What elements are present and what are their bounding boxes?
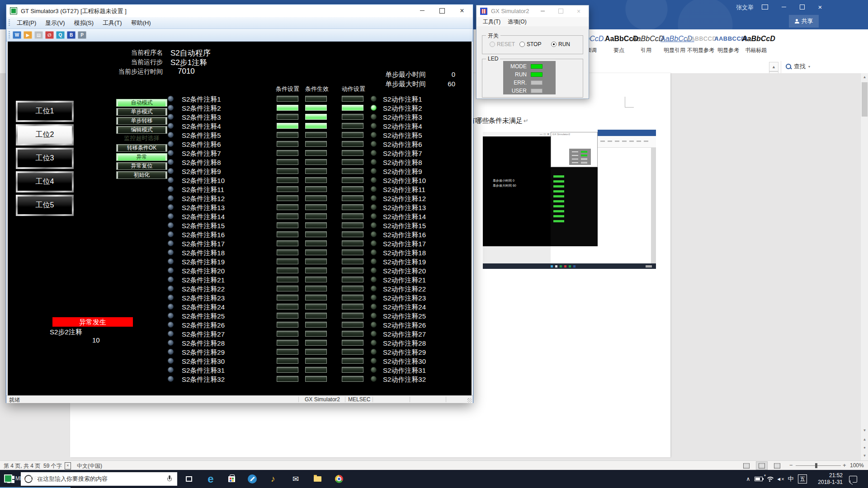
save-project-icon[interactable]: ▶ xyxy=(24,31,32,39)
mode-button[interactable]: 编辑模式 xyxy=(116,126,167,134)
page-indicator[interactable]: 第 4 页, 共 4 页 xyxy=(4,462,40,470)
radio-label: RUN xyxy=(558,41,570,47)
station-button-5[interactable]: 工位5 xyxy=(16,195,74,216)
gt-menu-item[interactable]: 显示(V) xyxy=(41,18,69,28)
embedded-screenshot-image[interactable]: — □ ✕ 单步最小时间 0 单步最大时间 60 GX Simulator2 xyxy=(483,130,656,270)
action-label: S2动作注释1 xyxy=(383,95,422,103)
action-center-icon[interactable] xyxy=(846,470,860,488)
mode-button[interactable]: 单步模式 xyxy=(116,108,167,116)
word-close-button[interactable]: × xyxy=(812,1,828,13)
share-button[interactable]: 共享 xyxy=(789,15,819,28)
ime-mode-indicator[interactable]: 中 xyxy=(786,470,796,488)
gt-menu-item[interactable]: 工具(T) xyxy=(99,18,126,28)
document-text-line[interactable]: 有哪些条件未满足↵ xyxy=(468,117,528,125)
zoom-slider-track[interactable] xyxy=(796,465,841,466)
gt-menu-item[interactable]: 工程(P) xyxy=(13,18,40,28)
mode-button[interactable]: 自动模式 xyxy=(116,99,167,107)
radio-reset[interactable]: RESET xyxy=(490,41,515,47)
left-led-indicator xyxy=(168,349,174,355)
gallery-scroll-up-icon[interactable]: ▲ xyxy=(769,62,778,71)
read-mode-icon[interactable] xyxy=(741,461,752,470)
mode-button[interactable]: 转移条件OK xyxy=(116,144,167,152)
chevron-down-icon: ▾ xyxy=(808,65,810,69)
condition-set-indicator xyxy=(277,240,298,246)
gt-menu-item[interactable]: 模拟(S) xyxy=(70,18,98,28)
word-minimize-button[interactable] xyxy=(776,1,792,13)
style-gallery-item[interactable]: AaBbCcD.引用 xyxy=(632,33,660,57)
gt-close-button[interactable]: × xyxy=(452,5,472,17)
scroll-down-icon[interactable]: ▼ xyxy=(861,427,868,434)
battery-icon[interactable] xyxy=(753,470,764,488)
gt-title-bar[interactable]: GT Simulator3 (GT27) [工程标题未设置 ] × xyxy=(6,5,473,17)
gx-title-bar[interactable]: GX Simulator2 × xyxy=(476,5,589,17)
language-indicator[interactable]: 中文(中国) xyxy=(77,462,102,470)
mode-button[interactable]: 异常复位 xyxy=(116,162,167,170)
mode-button[interactable]: 监控超时选择 xyxy=(111,135,172,143)
gx-simulator-icon xyxy=(480,8,487,15)
action-set-indicator xyxy=(342,367,363,373)
left-led-indicator xyxy=(168,286,174,291)
info-label: 当前程序名 xyxy=(71,49,163,57)
toolbar-grip xyxy=(9,31,10,38)
scrollbar-thumb[interactable] xyxy=(862,82,868,117)
word-count[interactable]: 59 个字 xyxy=(43,462,62,470)
select-browse-object-icon[interactable]: ● xyxy=(861,444,868,451)
action-label: S2动作注释31 xyxy=(383,366,426,375)
gt-menu-item[interactable]: 帮助(H) xyxy=(127,18,155,28)
station-button-1[interactable]: 工位1 xyxy=(16,101,74,122)
mode-button[interactable]: 单步转移 xyxy=(116,117,167,125)
proofing-icon[interactable]: × xyxy=(65,462,71,469)
hidden-icons-chevron[interactable]: ∧ xyxy=(744,470,753,488)
gx-menu-options[interactable]: 选项(O) xyxy=(505,17,529,27)
gx-menu-tools[interactable]: 工具(T) xyxy=(480,17,503,27)
action-led-indicator xyxy=(371,150,377,156)
word-restore-button[interactable] xyxy=(794,1,810,13)
option-icon[interactable]: P xyxy=(78,31,86,39)
zoom-slider-thumb[interactable] xyxy=(815,463,817,468)
zoom-level[interactable]: 100% xyxy=(850,462,864,469)
style-gallery-item[interactable]: AaBbCcD书籍标题 xyxy=(742,33,770,57)
scroll-up-icon[interactable]: ▲ xyxy=(861,73,868,81)
open-project-icon[interactable]: W xyxy=(13,31,21,39)
volume-muted-icon[interactable]: ◄× xyxy=(775,470,786,488)
condition-set-indicator xyxy=(277,150,298,156)
station-button-3[interactable]: 工位3 xyxy=(16,148,74,169)
zoom-out-icon[interactable]: − xyxy=(789,462,793,469)
radio-stop[interactable]: STOP xyxy=(519,41,541,47)
resize-grip[interactable] xyxy=(467,398,472,403)
left-led-indicator xyxy=(168,177,174,183)
taskbar-button-gt-designer[interactable]: MELSOFT GT Des... xyxy=(0,470,71,488)
gx-minimize-button[interactable] xyxy=(533,5,552,17)
zoom-in-icon[interactable]: + xyxy=(843,462,846,469)
style-gallery-item[interactable]: AABBCCDI不明显参考 xyxy=(687,33,715,57)
gx-maximize-button[interactable] xyxy=(552,5,570,17)
clock[interactable]: 21:52 2018-1-31 xyxy=(810,470,843,488)
station-button-4[interactable]: 工位4 xyxy=(16,171,74,192)
print-layout-icon[interactable] xyxy=(756,461,768,470)
wifi-icon[interactable]: * xyxy=(764,470,775,488)
style-gallery-item[interactable]: AaBbCcD.明显引用 xyxy=(660,33,689,57)
web-layout-icon[interactable] xyxy=(771,461,783,470)
share-label: 共享 xyxy=(802,17,813,25)
find-button[interactable]: 查找 ▾ xyxy=(786,62,810,71)
gt-minimize-button[interactable] xyxy=(412,5,432,17)
radio-run[interactable]: RUN xyxy=(551,41,570,47)
ime-layout-indicator[interactable]: 五 xyxy=(797,470,808,488)
device-monitor-icon[interactable]: Q xyxy=(56,31,65,39)
word-vertical-scrollbar[interactable]: ▲ ▼ ▲ ● ▼ xyxy=(860,73,868,460)
ribbon-display-options-icon[interactable] xyxy=(757,1,773,13)
mode-button[interactable]: 初始化 xyxy=(116,171,167,179)
print-icon[interactable]: ▤ xyxy=(34,31,43,39)
stop-simulation-icon[interactable]: ∅ xyxy=(45,31,54,39)
transfer-icon[interactable]: B xyxy=(67,31,75,39)
gt-maximize-button[interactable] xyxy=(432,5,452,17)
left-led-indicator xyxy=(168,267,174,273)
info-label: 当前步运行时间 xyxy=(71,68,163,76)
style-gallery-item[interactable]: AaBbCcD要点 xyxy=(605,33,633,57)
style-gallery-item[interactable]: AABBCCDI明显参考 xyxy=(714,33,742,57)
next-page-icon[interactable]: ▼ xyxy=(861,452,868,460)
station-button-2[interactable]: 工位2 xyxy=(16,124,74,145)
gx-close-button[interactable]: × xyxy=(570,5,588,17)
previous-page-icon[interactable]: ▲ xyxy=(861,436,868,443)
mode-button[interactable]: 异常 xyxy=(116,153,167,161)
